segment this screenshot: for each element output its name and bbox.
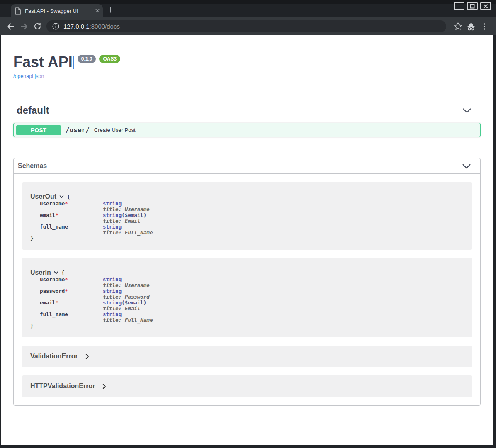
property-title: title: Full_Name bbox=[103, 317, 464, 323]
operation-path: /user/ bbox=[66, 126, 90, 134]
schemas-title: Schemas bbox=[18, 162, 462, 170]
property-format: ($email) bbox=[122, 299, 146, 306]
api-title-text: Fast API bbox=[13, 54, 73, 71]
property-name: password* bbox=[40, 288, 103, 300]
post-method-button[interactable]: POST bbox=[16, 125, 61, 135]
property-info: stringtitle: Username bbox=[103, 201, 464, 212]
reload-icon[interactable] bbox=[31, 20, 44, 33]
tag-header[interactable]: default bbox=[13, 103, 481, 118]
property-info: string($email)title: Email bbox=[103, 212, 464, 224]
property-format: ($email) bbox=[122, 212, 146, 218]
chevron-right-icon[interactable] bbox=[85, 354, 89, 359]
close-brace: } bbox=[30, 323, 464, 329]
property-title: title: Username bbox=[103, 207, 464, 212]
chevron-down-icon[interactable] bbox=[59, 195, 64, 198]
schemas-section: Schemas UserOut{username*stringtitle: Us… bbox=[13, 158, 481, 406]
menu-kebab-icon[interactable] bbox=[478, 20, 491, 33]
version-badge: 0.1.0 bbox=[78, 55, 96, 63]
property-info: string($email)title: Email bbox=[103, 300, 464, 312]
opblock-post-user[interactable]: POST /user/ Create User Post bbox=[13, 123, 481, 137]
openapi-spec-link[interactable]: /openapi.json bbox=[13, 73, 44, 79]
property-name: full_name bbox=[40, 312, 103, 323]
page-favicon-icon bbox=[15, 7, 21, 15]
open-brace: { bbox=[67, 194, 70, 200]
models-container: UserOut{username*stringtitle: Usernameem… bbox=[14, 174, 480, 405]
bookmark-star-icon[interactable] bbox=[451, 20, 464, 33]
property-name: full_name bbox=[40, 224, 103, 236]
property-name: username* bbox=[40, 201, 103, 212]
property-type: string bbox=[103, 212, 122, 218]
schema-model-HTTPValidationError: HTTPValidationError bbox=[22, 375, 472, 397]
model-title-row: UserIn{ bbox=[30, 268, 464, 277]
close-brace: } bbox=[30, 236, 464, 241]
property-type: string bbox=[103, 299, 122, 306]
property-title: title: Username bbox=[103, 282, 464, 288]
chevron-down-icon[interactable] bbox=[462, 108, 472, 113]
back-icon[interactable] bbox=[4, 20, 17, 33]
property-type: string bbox=[103, 288, 122, 294]
tag-title: default bbox=[17, 105, 462, 116]
url-path: :8000/docs bbox=[90, 23, 120, 30]
page-content: Fast API0.1.0OAS3 /openapi.json default … bbox=[1, 35, 493, 445]
property-title: title: Full_Name bbox=[103, 230, 464, 236]
property-name: email* bbox=[40, 300, 103, 312]
property-type: string bbox=[103, 276, 122, 282]
close-window-button[interactable] bbox=[480, 2, 491, 10]
window-frame bbox=[0, 0, 496, 4]
property-info: stringtitle: Password bbox=[103, 288, 464, 300]
new-tab-button[interactable] bbox=[107, 7, 114, 13]
model-properties: username*stringtitle: Usernamepassword*s… bbox=[40, 277, 464, 323]
forward-icon[interactable] bbox=[17, 20, 31, 33]
property-info: stringtitle: Username bbox=[103, 277, 464, 288]
schemas-header[interactable]: Schemas bbox=[14, 158, 480, 174]
required-star: * bbox=[65, 288, 68, 294]
property-title: title: Password bbox=[103, 294, 464, 300]
required-star: * bbox=[65, 200, 68, 207]
browser-toolbar: 127.0.0.1:8000/docs bbox=[0, 17, 496, 35]
window-controls bbox=[454, 2, 491, 10]
model-title-row: UserOut{ bbox=[30, 192, 464, 201]
chevron-right-icon[interactable] bbox=[102, 384, 106, 389]
browser-tab[interactable]: Fast API - Swagger UI bbox=[11, 4, 103, 17]
property-type: string bbox=[103, 311, 122, 317]
model-name[interactable]: UserIn bbox=[30, 269, 51, 276]
schema-model-UserOut: UserOut{username*stringtitle: Usernameem… bbox=[22, 182, 472, 250]
url-host: 127.0.0.1 bbox=[63, 23, 90, 30]
text-caret bbox=[73, 56, 74, 69]
incognito-icon bbox=[464, 20, 478, 33]
model-properties: username*stringtitle: Usernameemail*stri… bbox=[40, 201, 464, 236]
required-star: * bbox=[65, 276, 68, 282]
chevron-down-icon[interactable] bbox=[54, 271, 58, 274]
schema-model-UserIn: UserIn{username*stringtitle: Usernamepas… bbox=[22, 258, 472, 337]
property-type: string bbox=[103, 224, 122, 230]
required-star: * bbox=[56, 299, 59, 306]
property-name: username* bbox=[40, 277, 103, 288]
model-name[interactable]: HTTPValidationError bbox=[30, 382, 95, 390]
minimize-button[interactable] bbox=[454, 2, 464, 10]
property-type: string bbox=[103, 200, 122, 207]
property-info: stringtitle: Full_Name bbox=[103, 224, 464, 236]
oas3-badge: OAS3 bbox=[99, 55, 120, 63]
tag-section-default: default POST /user/ Create User Post bbox=[13, 103, 481, 137]
api-info: Fast API0.1.0OAS3 /openapi.json bbox=[13, 35, 481, 80]
property-name: email* bbox=[40, 212, 103, 224]
maximize-button[interactable] bbox=[467, 2, 478, 10]
tab-title: Fast API - Swagger UI bbox=[25, 8, 95, 14]
url-text: 127.0.0.1:8000/docs bbox=[63, 23, 120, 30]
operation-summary: Create User Post bbox=[94, 127, 136, 133]
tab-close-icon[interactable] bbox=[95, 9, 100, 13]
property-title: title: Email bbox=[103, 306, 464, 312]
required-star: * bbox=[56, 212, 59, 218]
browser-chrome: Fast API - Swagger UI bbox=[0, 0, 496, 35]
open-brace: { bbox=[61, 270, 65, 276]
model-name[interactable]: ValidationError bbox=[30, 353, 78, 360]
page-title: Fast API0.1.0OAS3 bbox=[13, 54, 481, 71]
model-name[interactable]: UserOut bbox=[30, 193, 56, 200]
schema-model-ValidationError: ValidationError bbox=[22, 346, 472, 367]
chevron-down-icon[interactable] bbox=[462, 163, 471, 169]
site-info-icon[interactable] bbox=[52, 23, 59, 30]
property-title: title: Email bbox=[103, 218, 464, 224]
address-bar[interactable]: 127.0.0.1:8000/docs bbox=[46, 20, 446, 32]
property-info: stringtitle: Full_Name bbox=[103, 312, 464, 323]
